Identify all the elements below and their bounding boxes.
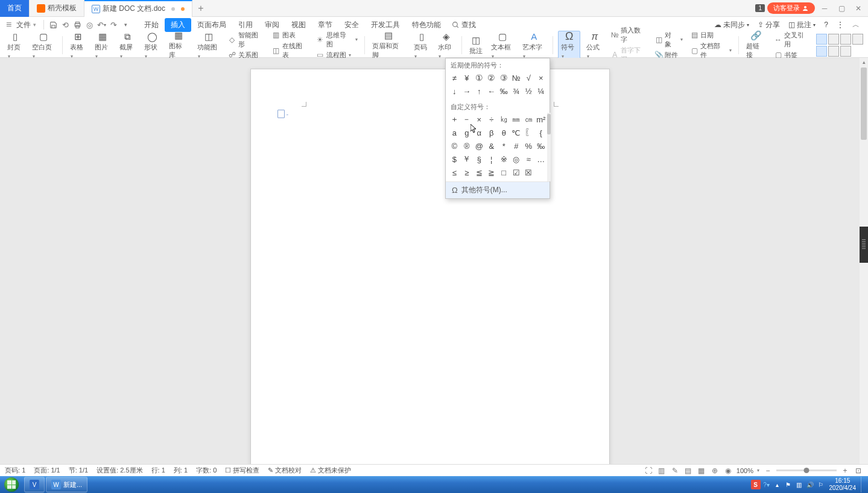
redo-button[interactable]: ↷ (108, 19, 119, 30)
menu-icon[interactable]: ≡ (6, 19, 11, 30)
status-col[interactable]: 列: 1 (174, 466, 188, 475)
sym-circled-3[interactable]: ③ (498, 71, 510, 84)
sym-permille2[interactable]: ‰ (535, 139, 548, 152)
sym-one-quarter[interactable]: ¼ (535, 84, 548, 98)
view-mode-7[interactable] (840, 46, 851, 57)
sym-brace-l[interactable]: { (535, 126, 548, 139)
cover-page-button[interactable]: ▯封页▾ (5, 31, 26, 59)
comment-button[interactable]: ◫批注 (467, 35, 485, 55)
print-preview-button[interactable]: ◎ (84, 19, 95, 30)
docparts-button[interactable]: ▢文档部件▾ (688, 41, 733, 60)
sym-m2[interactable]: m² (535, 113, 548, 126)
tray-network-icon[interactable]: ▥ (794, 480, 804, 489)
view-book[interactable]: ▦ (697, 466, 706, 476)
tray-expand-icon[interactable]: ▴ (773, 480, 782, 489)
sym-circled-2[interactable]: ② (486, 71, 498, 84)
view-print[interactable]: ▤ (683, 466, 693, 476)
more-symbols-button[interactable]: Ω 其他符号(M)... (446, 181, 550, 198)
sym-arrow-left[interactable]: ← (486, 84, 498, 98)
sym-numero[interactable]: № (510, 71, 523, 84)
sym-square[interactable]: □ (498, 166, 510, 179)
sym-kg[interactable]: ㎏ (498, 113, 510, 126)
status-pages[interactable]: 页面: 1/1 (34, 466, 60, 475)
function-button[interactable]: ◫功能图▾ (195, 31, 223, 59)
sym-divide[interactable]: ÷ (486, 113, 498, 126)
insert-number-button[interactable]: №插入数字 (609, 25, 649, 45)
sym-multiply[interactable]: × (473, 113, 486, 126)
smart-graphic-button[interactable]: ◇智能图形 (226, 30, 267, 49)
side-panel-toggle[interactable] (860, 227, 868, 263)
close-button[interactable]: ✕ (851, 2, 866, 14)
tab-document[interactable]: W 新建 DOC 文档.doc (84, 0, 192, 17)
sym-one-half[interactable]: ½ (522, 84, 535, 98)
zoom-value[interactable]: 100% (737, 467, 753, 474)
sym-copyright[interactable]: © (448, 139, 461, 152)
taskbar-app-vnc[interactable]: V (24, 477, 45, 492)
sym-broken-bar[interactable]: ¦ (486, 152, 498, 166)
fit-width[interactable]: ⊡ (854, 466, 863, 476)
tab-template[interactable]: 稻壳模板 (30, 0, 84, 17)
status-words[interactable]: 字数: 0 (196, 466, 217, 475)
view-mode-3[interactable] (840, 34, 851, 45)
view-outline[interactable]: ✎ (670, 466, 680, 476)
sym-bullseye[interactable]: ◎ (510, 152, 523, 166)
sym-approx[interactable]: ≈ (522, 152, 535, 166)
sym-a[interactable]: a (448, 126, 461, 139)
proofread-button[interactable]: ✎ 文档校对 (268, 466, 302, 475)
sym-arrow-down[interactable]: ↓ (448, 84, 461, 98)
symbol-grid-scrollbar[interactable] (547, 113, 551, 181)
zoom-slider-thumb[interactable] (804, 468, 809, 473)
chart-button[interactable]: ▥图表 (270, 30, 311, 40)
sym-not-equal[interactable]: ≠ (448, 71, 461, 84)
textbox-button[interactable]: ▢文本框▾ (489, 31, 516, 59)
sym-sqrt[interactable]: √ (522, 71, 535, 84)
share-button[interactable]: ⇪ 分享 (755, 19, 782, 31)
login-button[interactable]: 访客登录 (767, 2, 815, 14)
sym-circled-1[interactable]: ① (473, 71, 486, 84)
tray-volume-icon[interactable]: 🔊 (805, 480, 815, 489)
sym-arrow-right[interactable]: → (461, 84, 474, 98)
sym-lte[interactable]: ≤ (448, 166, 461, 179)
scrollbar-track[interactable] (861, 66, 867, 466)
view-mode-5[interactable] (816, 46, 827, 57)
qat-customize[interactable]: ▾ (120, 19, 131, 30)
status-page[interactable]: 页码: 1 (5, 466, 25, 475)
wordart-button[interactable]: A艺术字▾ (520, 31, 548, 59)
comment-menu[interactable]: ◫ 批注▾ (786, 19, 818, 31)
sym-theta[interactable]: θ (498, 126, 510, 139)
tray-sogou-icon[interactable]: S (751, 480, 761, 489)
sym-asterisk[interactable]: * (498, 139, 510, 152)
sym-gte2[interactable]: ≧ (486, 166, 498, 179)
sym-beta[interactable]: β (486, 126, 498, 139)
notification-badge[interactable]: 1 (755, 4, 765, 12)
file-menu[interactable]: 文件▾ (13, 19, 40, 31)
sym-checkbox-checked[interactable]: ☑ (510, 166, 523, 179)
sym-permille[interactable]: ‰ (498, 84, 510, 98)
vertical-scrollbar[interactable]: ▴ ▾ (860, 58, 868, 475)
export-button[interactable]: ⟲ (60, 19, 71, 30)
picture-button[interactable]: ▦图片▾ (92, 31, 113, 59)
sym-plus[interactable]: ＋ (448, 113, 461, 126)
tray-help-icon[interactable]: ?▾ (762, 480, 771, 489)
iconlib-button[interactable]: ▦图标库 (166, 30, 191, 60)
document-page[interactable]: - (250, 69, 610, 475)
menu-more[interactable]: ⋮ (834, 19, 846, 30)
header-footer-button[interactable]: ▤页眉和页脚 (370, 30, 408, 60)
undo-button[interactable]: ↶▾ (96, 19, 107, 30)
search-menu[interactable]: 查找 (452, 20, 476, 30)
minimize-button[interactable]: ─ (817, 2, 832, 14)
sym-times[interactable]: × (535, 71, 548, 84)
status-row[interactable]: 行: 1 (151, 466, 165, 475)
sym-minus[interactable]: － (461, 113, 474, 126)
online-chart-button[interactable]: ◫在线图表 (270, 41, 311, 60)
hyperlink-button[interactable]: 🔗超链接 (744, 30, 768, 60)
view-web[interactable]: ⊕ (710, 466, 720, 476)
view-eye[interactable]: ◉ (723, 466, 733, 476)
print-button[interactable] (72, 19, 83, 30)
show-desktop-button[interactable] (861, 477, 867, 492)
view-fullscreen[interactable]: ⛶ (644, 466, 653, 476)
screenshot-button[interactable]: ⧉截屏▾ (117, 31, 138, 59)
view-mode-1[interactable] (816, 34, 827, 45)
sym-ellipsis[interactable]: … (535, 152, 548, 166)
sym-hash[interactable]: # (510, 139, 523, 152)
